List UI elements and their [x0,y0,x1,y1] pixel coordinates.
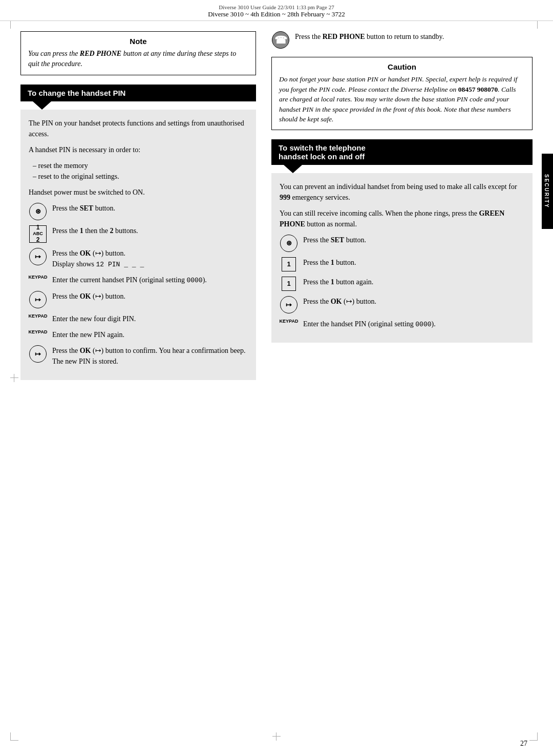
header-main-line: Diverse 3010 ~ 4th Edition ~ 28th Februa… [0,10,553,18]
ok-icon-2: ↦ [29,291,47,308]
step-keypad2: KEYPAD Enter the new four digit PIN. [29,313,248,324]
sidebar-security-tab: SECURITY [542,154,553,229]
list-item: reset to the original settings. [33,171,248,182]
lock-step-1-text: Press the 1 button. [303,257,524,268]
caution-title: Caution [279,62,525,71]
keypad-icon-1: KEYPAD [29,275,47,280]
lock-step-ok: ↦ Press the OK (↦) button. [280,296,524,313]
lock-num1-icon: 1 [280,257,298,271]
lock-ok-icon: ↦ [280,296,298,313]
lock-heading: To switch the telephone handset lock on … [271,139,533,165]
lock-heading-wrapper: To switch the telephone handset lock on … [271,139,533,173]
corner-mark-bl [10,732,18,741]
step-ok2: ↦ Press the OK (↦) button. [29,291,248,308]
page-header: Diverse 3010 User Guide 22/3/01 1:33 pm … [0,0,553,21]
lock-step-set-text: Press the SET button. [303,235,524,245]
lock-body-2: You can still receive incoming calls. Wh… [280,208,524,229]
main-content: Note You can press the RED PHONE button … [0,21,553,390]
note-box: Note You can press the RED PHONE button … [20,31,256,75]
lock-step-set: ⊛ Press the SET button. [280,235,524,252]
step-ok1: ↦ Press the OK (↦) button.Display shows … [29,248,248,270]
change-pin-heading-wrapper: To change the handset PIN [20,85,256,110]
keypad-icon-2: KEYPAD [29,313,47,319]
sidebar-tab-label: SECURITY [544,174,549,208]
red-phone-icon: ☎ [271,31,290,49]
note-title: Note [28,37,248,46]
change-pin-content: The PIN on your handset protects functio… [20,110,256,380]
lock-num1again-icon: 1 [280,277,298,291]
step-ok1-text: Press the OK (↦) button.Display shows 12… [52,248,248,270]
caution-box: Caution Do not forget your base station … [271,57,533,130]
step-set: ⊛ Press the SET button. [29,203,248,220]
right-top-section: ☎ Press the RED PHONE button to return t… [271,31,533,49]
page-number: 27 [520,740,527,748]
step-ok3: ↦ Press the OK (↦) button to confirm. Yo… [29,345,248,367]
step-ok2-text: Press the OK (↦) button. [52,291,248,302]
lock-set-icon: ⊛ [280,235,298,252]
header-top-line: Diverse 3010 User Guide 22/3/01 1:33 pm … [0,4,553,10]
step-ok3-text: Press the OK (↦) button to confirm. You … [52,345,248,367]
lock-step-ok-text: Press the OK (↦) button. [303,296,524,307]
red-phone-text: Press the RED PHONE button to return to … [295,31,533,42]
step-keypad1: KEYPAD Enter the current handset PIN (or… [29,275,248,286]
num12-icon: 1 ABC 2 [29,225,47,243]
step-keypad2-text: Enter the new four digit PIN. [52,313,248,324]
keypad-icon-3: KEYPAD [29,329,47,334]
ok-icon-3: ↦ [29,345,47,363]
step-12-text: Press the 1 then the 2 buttons. [52,225,248,236]
step-keypad3-text: Enter the new PIN again. [52,329,248,340]
pin-list: reset the memory reset to the original s… [33,160,248,182]
lock-keypad-icon: KEYPAD [280,319,298,324]
corner-mark-br [529,732,538,741]
corner-mark-tl [10,20,18,29]
red-phone-step: ☎ Press the RED PHONE button to return t… [271,31,533,49]
lock-step-1again: 1 Press the 1 button again. [280,277,524,291]
change-pin-heading: To change the handset PIN [20,85,256,101]
lock-step-keypad: KEYPAD Enter the handset PIN (original s… [280,319,524,330]
lock-step-keypad-text: Enter the handset PIN (original setting … [303,319,524,330]
right-column: ☎ Press the RED PHONE button to return t… [271,31,533,380]
lock-body-1: You can prevent an individual handset fr… [280,181,524,203]
step-set-text: Press the SET button. [52,203,248,214]
lock-step-1: 1 Press the 1 button. [280,257,524,271]
lock-step-1again-text: Press the 1 button again. [303,277,524,287]
pin-body-3: Handset power must be switched to ON. [29,187,248,198]
step-keypad3: KEYPAD Enter the new PIN again. [29,329,248,340]
lock-content: You can prevent an individual handset fr… [271,173,533,343]
step-12: 1 ABC 2 Press the 1 then the 2 buttons. [29,225,248,243]
list-item: reset the memory [33,160,248,171]
note-text: You can press the RED PHONE button at an… [28,49,248,70]
ok-icon-1: ↦ [29,248,47,265]
set-icon: ⊛ [29,203,47,220]
step-keypad1-text: Enter the current handset PIN (original … [52,275,248,286]
caution-text: Do not forget your base station PIN or h… [279,74,525,124]
crosshair-bottom [272,732,281,741]
left-column: Note You can press the RED PHONE button … [20,31,256,380]
pin-body-2: A handset PIN is necessary in order to: [29,144,248,155]
pin-body-1: The PIN on your handset protects functio… [29,118,248,139]
crosshair-left [10,374,18,382]
corner-mark-tr [529,20,538,29]
